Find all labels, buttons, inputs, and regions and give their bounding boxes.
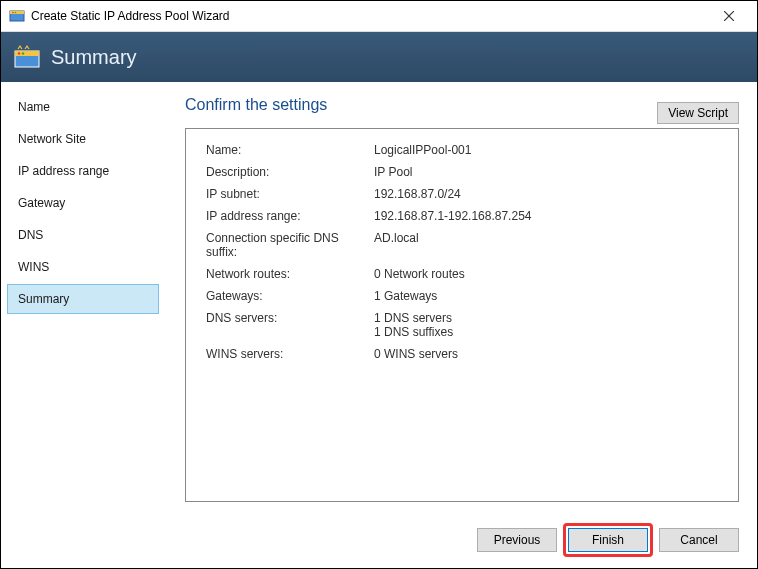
- view-script-button[interactable]: View Script: [657, 102, 739, 124]
- sidebar-item-gateway[interactable]: Gateway: [7, 188, 159, 218]
- svg-point-9: [22, 52, 24, 54]
- titlebar: Create Static IP Address Pool Wizard: [1, 1, 757, 32]
- previous-button[interactable]: Previous: [477, 528, 557, 552]
- finish-highlight: Finish: [563, 523, 653, 557]
- sidebar-item-ip-address-range[interactable]: IP address range: [7, 156, 159, 186]
- sidebar-item-label: IP address range: [18, 164, 109, 178]
- setting-label: Connection specific DNS suffix:: [202, 227, 370, 263]
- table-row: Name:LogicalIPPool-001: [202, 139, 722, 161]
- sidebar-item-label: Network Site: [18, 132, 86, 146]
- cancel-button[interactable]: Cancel: [659, 528, 739, 552]
- setting-value: 1 Gateways: [370, 285, 722, 307]
- svg-rect-1: [10, 11, 24, 14]
- setting-value: 192.168.87.1-192.168.87.254: [370, 205, 722, 227]
- sidebar-item-label: WINS: [18, 260, 49, 274]
- settings-table: Name:LogicalIPPool-001Description:IP Poo…: [202, 139, 722, 365]
- sidebar-item-label: DNS: [18, 228, 43, 242]
- svg-point-2: [12, 12, 14, 14]
- table-row: Description:IP Pool: [202, 161, 722, 183]
- setting-value: IP Pool: [370, 161, 722, 183]
- table-row: IP subnet:192.168.87.0/24: [202, 183, 722, 205]
- setting-value: 192.168.87.0/24: [370, 183, 722, 205]
- sidebar-item-network-site[interactable]: Network Site: [7, 124, 159, 154]
- sidebar-item-dns[interactable]: DNS: [7, 220, 159, 250]
- setting-label: Name:: [202, 139, 370, 161]
- sidebar: NameNetwork SiteIP address rangeGatewayD…: [1, 82, 165, 512]
- content-area: Confirm the settings View Script Name:Lo…: [165, 82, 757, 512]
- wizard-window: Create Static IP Address Pool Wizard Sum…: [0, 0, 758, 569]
- setting-label: Description:: [202, 161, 370, 183]
- setting-label: Network routes:: [202, 263, 370, 285]
- finish-button[interactable]: Finish: [568, 528, 648, 552]
- wizard-body: NameNetwork SiteIP address rangeGatewayD…: [1, 82, 757, 512]
- banner-title: Summary: [51, 46, 137, 69]
- setting-label: Gateways:: [202, 285, 370, 307]
- table-row: Gateways:1 Gateways: [202, 285, 722, 307]
- banner-icon: [13, 43, 41, 71]
- table-row: WINS servers:0 WINS servers: [202, 343, 722, 365]
- table-row: Network routes:0 Network routes: [202, 263, 722, 285]
- setting-label: IP subnet:: [202, 183, 370, 205]
- close-button[interactable]: [709, 1, 749, 31]
- sidebar-item-summary[interactable]: Summary: [7, 284, 159, 314]
- titlebar-title: Create Static IP Address Pool Wizard: [31, 9, 709, 23]
- setting-value: 1 DNS servers 1 DNS suffixes: [370, 307, 722, 343]
- setting-label: DNS servers:: [202, 307, 370, 343]
- table-row: DNS servers:1 DNS servers 1 DNS suffixes: [202, 307, 722, 343]
- setting-value: 0 WINS servers: [370, 343, 722, 365]
- content-heading: Confirm the settings: [185, 96, 739, 114]
- svg-point-3: [15, 12, 17, 14]
- table-row: IP address range:192.168.87.1-192.168.87…: [202, 205, 722, 227]
- sidebar-item-label: Name: [18, 100, 50, 114]
- sidebar-item-name[interactable]: Name: [7, 92, 159, 122]
- setting-value: LogicalIPPool-001: [370, 139, 722, 161]
- wizard-icon: [9, 8, 25, 24]
- sidebar-item-label: Summary: [18, 292, 69, 306]
- table-row: Connection specific DNS suffix:AD.local: [202, 227, 722, 263]
- setting-label: IP address range:: [202, 205, 370, 227]
- banner: Summary: [1, 32, 757, 82]
- settings-summary-box: Name:LogicalIPPool-001Description:IP Poo…: [185, 128, 739, 502]
- svg-point-8: [18, 52, 20, 54]
- setting-value: 0 Network routes: [370, 263, 722, 285]
- sidebar-item-wins[interactable]: WINS: [7, 252, 159, 282]
- setting-label: WINS servers:: [202, 343, 370, 365]
- setting-value: AD.local: [370, 227, 722, 263]
- footer: Previous Finish Cancel: [1, 512, 757, 568]
- sidebar-item-label: Gateway: [18, 196, 65, 210]
